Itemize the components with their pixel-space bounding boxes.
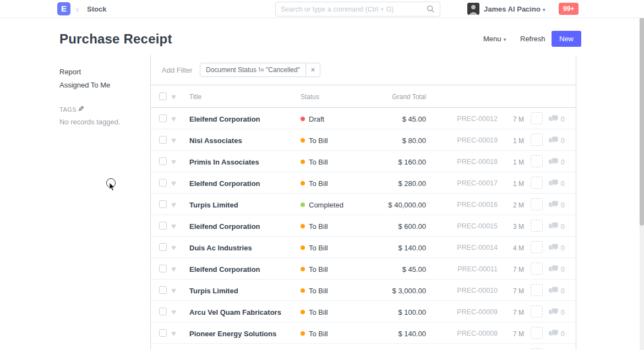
comment-icon xyxy=(549,265,559,275)
row-document-id: PREC-00010 xyxy=(426,287,498,294)
row-checkbox[interactable] xyxy=(159,243,167,251)
heart-icon[interactable]: ♥ xyxy=(171,179,176,187)
global-search[interactable] xyxy=(275,2,440,17)
assign-placeholder[interactable] xyxy=(531,155,543,167)
table-row[interactable]: ♥ Arcu Vel Quam Fabricators To Bill $ 10… xyxy=(151,301,576,322)
heart-icon[interactable]: ♥ xyxy=(171,114,176,123)
row-checkbox[interactable] xyxy=(159,265,167,272)
table-row[interactable]: ♥ Eleifend Corporation To Bill $ 600.00 … xyxy=(151,215,576,237)
assign-placeholder[interactable] xyxy=(531,284,543,296)
heart-icon[interactable]: ♥ xyxy=(171,222,176,230)
comment-count: 0 xyxy=(561,330,565,338)
refresh-button[interactable]: Refresh xyxy=(520,35,545,43)
heart-icon[interactable]: ♥ xyxy=(171,157,176,166)
row-modified-time: 7 M xyxy=(513,309,524,316)
table-row[interactable]: ♥ Eleifend Corporation Draft $ 45.00 PRE… xyxy=(151,108,576,129)
table-row[interactable]: ♥ Nisi Associates To Bill $ 80.00 PREC-0… xyxy=(151,129,576,151)
row-checkbox[interactable] xyxy=(159,114,167,122)
row-document-id: PREC-00016 xyxy=(426,201,498,209)
comment-count: 0 xyxy=(561,201,565,209)
comment-count: 0 xyxy=(561,158,565,166)
sidebar-item-assigned-to-me[interactable]: Assigned To Me xyxy=(59,81,110,89)
user-menu[interactable]: James Al Pacino▾ xyxy=(484,0,545,19)
row-title-link[interactable]: Turpis Limited xyxy=(189,287,238,295)
heart-icon[interactable]: ♥ xyxy=(171,286,176,294)
row-title-link[interactable]: Turpis Limited xyxy=(189,201,238,209)
select-all-checkbox[interactable] xyxy=(159,92,167,100)
row-title-link[interactable]: Duis Ac Industries xyxy=(189,244,252,252)
tags-empty-message: No records tagged. xyxy=(59,118,121,126)
app-logo[interactable]: E xyxy=(57,2,70,15)
menu-button[interactable]: Menu▾ xyxy=(483,35,506,43)
assign-placeholder[interactable] xyxy=(531,177,543,189)
row-grand-total: $ 600.00 xyxy=(398,222,426,231)
assign-placeholder[interactable] xyxy=(531,305,543,318)
row-title-link[interactable]: Primis In Associates xyxy=(189,158,259,166)
assign-placeholder[interactable] xyxy=(531,198,543,210)
heart-icon[interactable]: ♥ xyxy=(171,136,176,144)
scrollbar-track[interactable] xyxy=(640,0,644,350)
sidebar-item-report[interactable]: Report xyxy=(59,68,81,76)
row-modified-time: 4 M xyxy=(513,244,524,252)
breadcrumb[interactable]: Stock xyxy=(87,0,106,18)
assign-placeholder[interactable] xyxy=(531,262,543,275)
comment-count: 0 xyxy=(561,137,565,145)
row-title-link[interactable]: Eleifend Corporation xyxy=(189,115,260,123)
assign-placeholder[interactable] xyxy=(531,134,543,146)
heart-icon[interactable]: ♥ xyxy=(171,329,176,337)
scrollbar-thumb[interactable] xyxy=(640,0,644,226)
row-status-label: To Bill xyxy=(309,330,328,338)
row-document-id: PREC-00018 xyxy=(426,158,498,166)
user-avatar[interactable] xyxy=(467,3,479,15)
row-grand-total: $ 280.00 xyxy=(398,179,426,188)
table-row[interactable]: ♥ Eleifend Corporation To Bill $ 45.00 P… xyxy=(151,258,576,280)
status-indicator-dot xyxy=(301,181,305,185)
comment-count: 0 xyxy=(561,180,565,188)
row-modified-time: 1 M xyxy=(513,180,524,188)
row-title-link[interactable]: Eleifend Corporation xyxy=(189,265,260,274)
assign-placeholder[interactable] xyxy=(531,327,543,339)
row-checkbox[interactable] xyxy=(159,179,167,187)
row-checkbox[interactable] xyxy=(159,222,167,229)
row-modified-time: 7 M xyxy=(513,266,524,274)
filter-chip-label[interactable]: Document Status != "Cancelled" xyxy=(200,63,305,76)
row-status-label: To Bill xyxy=(309,179,328,188)
row-grand-total: $ 140.00 xyxy=(398,330,426,338)
assign-placeholder[interactable] xyxy=(531,112,543,124)
search-input[interactable] xyxy=(281,6,427,13)
heart-icon[interactable]: ♥ xyxy=(171,265,176,273)
remove-filter-icon[interactable]: × xyxy=(305,63,320,76)
table-row[interactable]: ♥ Eleifend Corporation To Bill $ 280.00 … xyxy=(151,172,576,194)
row-checkbox[interactable] xyxy=(159,157,167,165)
row-checkbox[interactable] xyxy=(159,286,167,294)
table-row[interactable]: ♥ Duis Ac Industries To Bill $ 140.00 PR… xyxy=(151,237,576,258)
active-filter-chip[interactable]: Document Status != "Cancelled" × xyxy=(200,63,320,77)
add-filter-button[interactable]: Add Filter xyxy=(162,66,193,74)
mouse-cursor-icon xyxy=(109,182,116,192)
assign-placeholder[interactable] xyxy=(531,241,543,253)
row-title-link[interactable]: Nisi Associates xyxy=(189,136,242,145)
edit-tags-pencil-icon[interactable]: ✎ xyxy=(78,105,84,113)
row-title-link[interactable]: Arcu Vel Quam Fabricators xyxy=(189,308,281,316)
table-row[interactable]: ♥ Pioneer Energy Solutions To Bill $ 140… xyxy=(151,322,576,344)
row-checkbox[interactable] xyxy=(159,200,167,208)
row-title-link[interactable]: Eleifend Corporation xyxy=(189,179,260,188)
heart-icon[interactable]: ♥ xyxy=(171,308,176,316)
comment-icon xyxy=(549,179,559,189)
row-title-link[interactable]: Eleifend Corporation xyxy=(189,222,260,231)
table-row[interactable]: ♥ Turpis Limited Completed $ 40,000.00 P… xyxy=(151,194,576,215)
row-checkbox[interactable] xyxy=(159,329,167,337)
table-row[interactable]: ♥ Turpis Limited To Bill $ 3,000.00 PREC… xyxy=(151,280,576,301)
row-modified-time: 1 M xyxy=(513,137,524,145)
heart-icon[interactable]: ♥ xyxy=(171,200,176,209)
new-button[interactable]: New xyxy=(552,31,581,47)
notification-badge[interactable]: 99+ xyxy=(559,3,578,15)
assign-placeholder[interactable] xyxy=(531,220,543,232)
row-title-link[interactable]: Pioneer Energy Solutions xyxy=(189,330,276,338)
row-checkbox[interactable] xyxy=(159,136,167,144)
filter-bar: Add Filter Document Status != "Cancelled… xyxy=(151,55,576,85)
comment-count: 0 xyxy=(561,244,565,252)
row-checkbox[interactable] xyxy=(159,308,167,315)
table-row[interactable]: ♥ Primis In Associates To Bill $ 160.00 … xyxy=(151,151,576,172)
heart-icon[interactable]: ♥ xyxy=(171,243,176,251)
